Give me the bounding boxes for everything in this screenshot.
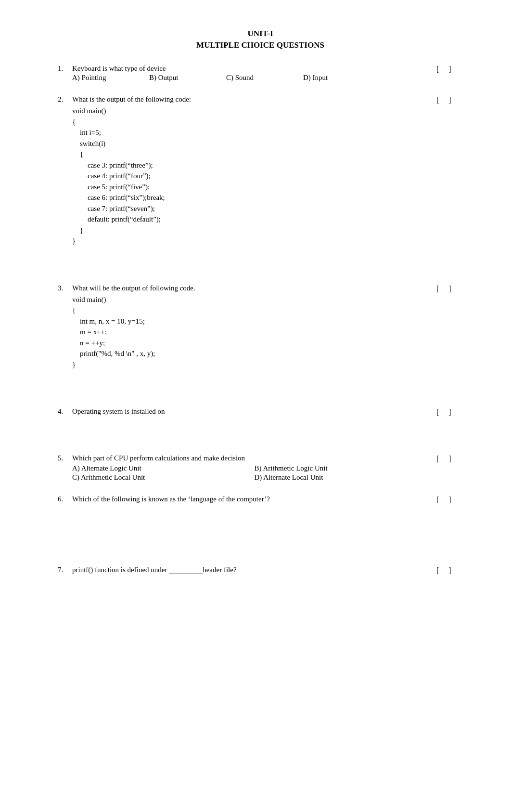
code-line: case 4: printf(“four”); (88, 170, 436, 182)
q3-code: void main() { int m, n, x = 10, y=15; m … (72, 294, 436, 370)
q1-bracket-open: [ (436, 65, 439, 74)
code-line: } (72, 236, 436, 247)
question-5: 5. Which part of CPU perform calculation… (58, 454, 463, 482)
q7-number: 7. (58, 566, 72, 574)
code-line: { (72, 117, 436, 128)
q5-option-c: C) Arithmetic Local Unit (72, 473, 255, 482)
question-7: 7. printf() function is defined under he… (58, 566, 463, 575)
q5-bracket-close: ] (448, 455, 451, 463)
section-title: MULTIPLE CHOICE QUESTIONS (58, 40, 463, 50)
q5-option-a: A) Alternate Logic Unit (72, 464, 255, 472)
q1-option-d: D) Input (303, 74, 380, 82)
code-line: { (80, 149, 436, 160)
code-line: { (72, 305, 436, 316)
q2-code: void main() { int i=5; switch(i) { case … (72, 105, 436, 247)
q6-text: Which of the following is known as the ‘… (72, 495, 436, 503)
code-line: case 3: printf(“three”); (88, 160, 436, 171)
unit-title: UNIT-I (58, 29, 463, 39)
q3-text: What will be the output of following cod… (72, 284, 436, 292)
q7-bracket-open: [ (436, 566, 439, 575)
q1-number: 1. (58, 65, 72, 73)
code-line: m = x++; (80, 327, 436, 338)
q2-number: 2. (58, 95, 72, 104)
q2-bracket-open: [ (436, 96, 439, 105)
q4-text: Operating system is installed on (72, 407, 436, 416)
code-line: default: printf(“default”); (88, 214, 436, 225)
code-line: case 5: printf(“five”); (88, 182, 436, 193)
q5-bracket: [ ] (436, 454, 463, 463)
q6-bracket-open: [ (436, 496, 439, 504)
q6-number: 6. (58, 495, 72, 503)
q3-bracket-open: [ (436, 285, 439, 293)
q1-bracket-close: ] (448, 65, 451, 74)
code-line: switch(i) (80, 138, 436, 149)
q2-text: What is the output of the following code… (72, 95, 436, 104)
q6-bracket-close: ] (448, 496, 451, 504)
code-line: void main() (72, 105, 436, 117)
q7-bracket-close: ] (448, 566, 451, 575)
q5-number: 5. (58, 454, 72, 462)
q4-bracket: [ ] (436, 407, 463, 417)
question-3: 3. What will be the output of following … (58, 284, 463, 370)
code-line: void main() (72, 294, 436, 305)
q7-text: printf() function is defined under heade… (72, 566, 436, 574)
q5-bracket-open: [ (436, 455, 439, 463)
code-line: int i=5; (80, 127, 436, 138)
q3-bracket: [ ] (436, 284, 463, 293)
code-line: int m, n, x = 10, y=15; (80, 316, 436, 327)
q5-option-b: B) Arithmetic Logic Unit (255, 464, 437, 472)
q1-option-b: B) Output (149, 74, 226, 82)
code-line: case 6: printf(“six”);break; (88, 192, 436, 203)
page-header: UNIT-I MULTIPLE CHOICE QUESTIONS (58, 29, 463, 50)
q4-bracket-close: ] (448, 408, 451, 417)
q5-text: Which part of CPU perform calculations a… (72, 454, 436, 462)
code-line: n = ++y; (80, 338, 436, 349)
q2-bracket-close: ] (448, 96, 451, 105)
code-line: case 7: printf(“seven”); (88, 203, 436, 214)
q7-blank (169, 574, 203, 574)
q4-bracket-open: [ (436, 408, 439, 417)
question-2: 2. What is the output of the following c… (58, 95, 463, 247)
q5-option-d: D) Alternate Local Unit (255, 473, 437, 482)
question-1: 1. Keyboard is what type of device A) Po… (58, 65, 463, 82)
q3-bracket-close: ] (448, 285, 451, 293)
code-line: } (80, 225, 436, 236)
q3-number: 3. (58, 284, 72, 292)
page: UNIT-I MULTIPLE CHOICE QUESTIONS 1. Keyb… (0, 0, 511, 812)
question-4: 4. Operating system is installed on [ ] (58, 407, 463, 417)
code-line: } (72, 359, 436, 370)
q1-option-a: A) Pointing (72, 74, 149, 82)
question-6: 6. Which of the following is known as th… (58, 495, 463, 504)
q5-options: A) Alternate Logic Unit B) Arithmetic Lo… (72, 464, 436, 482)
q6-bracket: [ ] (436, 495, 463, 504)
q1-option-c: C) Sound (226, 74, 303, 82)
q1-text: Keyboard is what type of device (72, 65, 436, 73)
q2-bracket: [ ] (436, 95, 463, 105)
q1-bracket: [ ] (436, 65, 463, 74)
q7-bracket: [ ] (436, 566, 463, 575)
q4-number: 4. (58, 407, 72, 416)
code-line: printf("%d, %d \n" , x, y); (80, 348, 436, 359)
